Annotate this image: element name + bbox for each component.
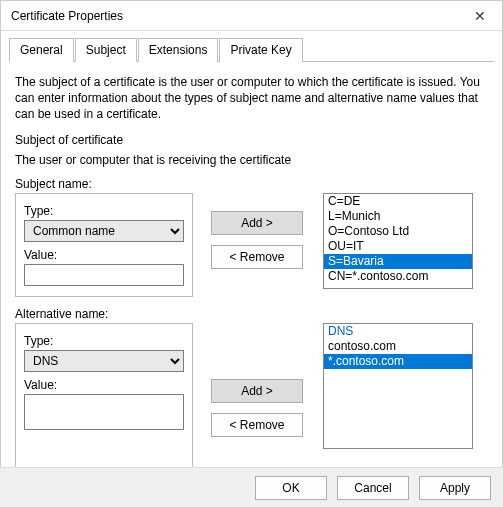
an-value-input[interactable]	[24, 394, 184, 430]
list-item[interactable]: L=Munich	[324, 209, 472, 224]
subject-name-heading: Subject name:	[15, 177, 488, 191]
tab-subject[interactable]: Subject	[75, 38, 137, 62]
an-remove-button[interactable]: < Remove	[211, 413, 303, 437]
alt-name-heading: Alternative name:	[15, 307, 488, 321]
subject-name-group: Type: Common name Value:	[15, 193, 193, 297]
sn-type-select[interactable]: Common name	[24, 220, 184, 242]
cancel-button[interactable]: Cancel	[337, 476, 409, 500]
tab-general[interactable]: General	[9, 38, 74, 62]
sn-add-button[interactable]: Add >	[211, 211, 303, 235]
subject-of-cert-label: Subject of certificate	[15, 133, 488, 147]
an-listbox[interactable]: DNS contoso.com *.contoso.com	[323, 323, 473, 449]
list-item[interactable]: contoso.com	[324, 339, 472, 354]
an-add-button[interactable]: Add >	[211, 379, 303, 403]
sn-remove-button[interactable]: < Remove	[211, 245, 303, 269]
tab-content: The subject of a certificate is the user…	[1, 62, 502, 487]
sn-type-label: Type:	[24, 204, 184, 218]
sn-value-input[interactable]	[24, 264, 184, 286]
an-type-label: Type:	[24, 334, 184, 348]
an-value-label: Value:	[24, 378, 184, 392]
alt-name-group: Type: DNS Value:	[15, 323, 193, 479]
dialog-footer: OK Cancel Apply	[0, 467, 503, 507]
tab-extensions[interactable]: Extensions	[138, 38, 219, 62]
subject-receiving-label: The user or computer that is receiving t…	[15, 153, 488, 167]
tab-private-key[interactable]: Private Key	[219, 38, 302, 62]
close-icon[interactable]: ✕	[458, 1, 502, 31]
list-item[interactable]: O=Contoso Ltd	[324, 224, 472, 239]
sn-buttons-col: Add > < Remove	[211, 193, 305, 297]
apply-button[interactable]: Apply	[419, 476, 491, 500]
sn-value-label: Value:	[24, 248, 184, 262]
window-title: Certificate Properties	[11, 9, 123, 23]
list-item[interactable]: OU=IT	[324, 239, 472, 254]
ok-button[interactable]: OK	[255, 476, 327, 500]
alt-name-row: Type: DNS Value: Add > < Remove DNS cont…	[15, 323, 488, 479]
an-buttons-col: Add > < Remove	[211, 323, 305, 479]
list-item[interactable]: S=Bavaria	[324, 254, 472, 269]
subject-name-row: Type: Common name Value: Add > < Remove …	[15, 193, 488, 297]
list-item[interactable]: C=DE	[324, 194, 472, 209]
description-text: The subject of a certificate is the user…	[15, 74, 488, 123]
titlebar: Certificate Properties ✕	[1, 1, 502, 31]
tab-strip: General Subject Extensions Private Key	[1, 31, 502, 61]
sn-listbox[interactable]: C=DE L=Munich O=Contoso Ltd OU=IT S=Bava…	[323, 193, 473, 289]
an-type-select[interactable]: DNS	[24, 350, 184, 372]
list-item[interactable]: CN=*.contoso.com	[324, 269, 472, 284]
list-header: DNS	[324, 324, 472, 339]
list-item[interactable]: *.contoso.com	[324, 354, 472, 369]
